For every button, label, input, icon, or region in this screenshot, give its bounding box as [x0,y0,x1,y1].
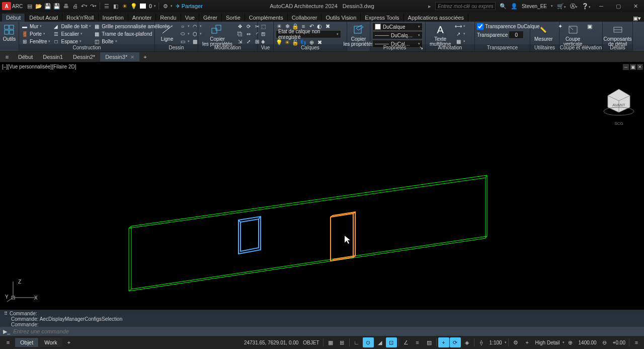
signin-icon[interactable]: 👤 [511,3,518,10]
sun-icon[interactable]: ☀ [121,2,129,10]
layer-state-combo[interactable]: Etat de calque non enregistré▾ [276,30,341,38]
mesurer-button[interactable]: 📏 Mesurer [532,23,555,43]
tab-debut-acad[interactable]: Début Acad [25,14,62,22]
otrack-toggle[interactable]: ∠ [400,337,412,347]
coordinates-display[interactable]: 24731.65, 7629.01, 0.00 [242,340,300,345]
detail-level[interactable]: High Detail [533,340,562,345]
tool1-icon[interactable]: ⚙ [162,2,170,10]
tab-insertion[interactable]: Insertion [99,14,128,22]
transp-toggle[interactable]: ▨ [424,337,435,347]
ligne-button[interactable]: Ligne [157,23,177,43]
snap-toggle[interactable]: ⊞ [337,337,348,347]
scale-display[interactable]: 1:100 [488,340,504,345]
selection-cycle[interactable]: ⟳ [450,337,461,347]
tab-rendu[interactable]: Rendu [156,14,181,22]
workspace-icon[interactable]: ⚙ [510,337,521,347]
layout-tab-objet[interactable]: Objet [15,338,38,347]
user-name[interactable]: Steven_EE [522,4,547,9]
command-input[interactable] [13,328,641,334]
doctab-menu-icon[interactable]: ≡ [1,52,13,61]
panel-title-construction[interactable]: Construction [19,44,154,51]
trans-checkbox[interactable] [477,23,484,30]
move-icon[interactable]: ✥ [236,23,244,30]
layer-color-icon[interactable] [139,2,147,10]
dyn-input-toggle[interactable]: + [438,337,449,347]
tab-collaborer[interactable]: Collaborer [288,14,322,22]
hatch-icon[interactable]: ▩ [191,38,198,45]
undo-icon[interactable]: ↶▾ [80,2,88,10]
ribbon-collapse-button[interactable]: ▣▾ [630,15,644,22]
scale-icon[interactable]: ⤢ [245,38,252,45]
minimize-button[interactable]: ─ [595,1,608,11]
app-menu-icon[interactable]: Ⓐ▾ [570,3,578,10]
scale-arrow[interactable]: ▾ [505,340,507,344]
tab-debut[interactable]: Début [2,14,25,22]
anno-monitor-icon[interactable]: + [522,337,533,347]
rotate-icon[interactable]: ⟳ [245,23,252,30]
command-history[interactable]: ⠿Commande: Commande: AecDisplayManagerCo… [0,310,644,327]
share-button[interactable]: ✈ Partager [173,3,206,10]
dim-linear-icon[interactable]: ⟷ [455,23,462,30]
table-icon[interactable]: ▦ [455,38,462,45]
panel-title-annotation[interactable]: Annotation [426,44,474,51]
polar-toggle[interactable]: ⊙ [363,337,374,347]
dalle-button[interactable]: ◢Dalle de toit▾ [52,23,91,30]
panel-title-coupe[interactable]: Coupe et élévation [559,44,602,51]
ellipse-icon[interactable]: ⬭ [179,30,186,37]
cmd-grip-icon[interactable]: ⠿ [4,311,8,316]
redo-icon[interactable]: ↷▾ [89,2,97,10]
match-icon[interactable]: ◧ [112,2,120,10]
panel-title-calques[interactable]: Calques [274,44,347,51]
close-tab-icon[interactable]: ✕ [130,54,134,60]
close-button[interactable]: ✕ [629,1,642,11]
arc-icon[interactable]: ◠ [191,23,198,30]
cut-icon[interactable]: ⊖ [599,337,610,347]
panel-title-modification[interactable]: Modification [198,44,257,51]
search-input[interactable] [435,2,496,10]
elev-icon[interactable]: ⊕ [565,337,576,347]
stretch-icon[interactable]: ⇲ [236,38,244,45]
panel-title-utilitaires[interactable]: Utilitaires [530,44,559,51]
tab-outils-vision[interactable]: Outils Vision [321,14,361,22]
view-top-icon[interactable]: ⊡ [260,30,267,37]
panel-title-proprietes[interactable]: Propriétés ↘ [370,44,425,51]
rect-icon[interactable]: ▭ [179,38,186,45]
mirror-icon[interactable]: ⇔ [245,30,252,37]
qat-layer-zero[interactable]: 0 [149,4,152,9]
search-icon[interactable]: 🔍 [500,3,507,10]
layout-add-button[interactable]: + [63,339,74,345]
osnap-toggle[interactable]: ⊡ [386,337,397,347]
porte-button[interactable]: 🚪Porte▾ [21,30,50,37]
customize-icon[interactable]: ≡ [631,337,642,347]
doctab-add[interactable]: + [139,52,150,61]
espace-button[interactable]: □Espace▾ [52,38,91,45]
bulb-icon[interactable]: 💡 [130,2,138,10]
tab-rocknroll[interactable]: Rock'n'Roll [62,14,98,22]
layer-dropdown-arrow[interactable]: ▾ [154,4,156,8]
command-line[interactable]: ▶_ [0,327,644,336]
3dosnap-toggle[interactable]: ◈ [461,337,472,347]
copier-calque-button[interactable]: Copier les propriétés [349,23,368,48]
fenetre-button[interactable]: ⊞Fenêtre▾ [21,38,50,45]
tab-gerer[interactable]: Gérer [199,14,222,22]
circle-icon[interactable]: ○ [179,23,186,30]
layout-menu-icon[interactable]: ≡ [2,338,14,347]
doctab-dessin2[interactable]: Dessin2* [68,52,100,61]
maximize-button[interactable]: ▢ [612,1,625,11]
elevation-display[interactable]: 1400.00 [577,340,599,345]
saveas-icon[interactable]: 💾 [53,2,61,10]
ortho-toggle[interactable]: ∟ [351,337,362,347]
panel-title-transparence[interactable]: Transparence [475,44,530,51]
new-icon[interactable]: ▤ [26,2,34,10]
layout-tab-work[interactable]: Work [39,338,62,347]
view-iso-icon[interactable]: ◈ [260,38,267,45]
app-logo-icon[interactable]: A [2,2,11,10]
view-cube[interactable]: AVANT SCG [599,82,634,117]
doctab-debut[interactable]: Début [13,52,38,61]
print-icon[interactable]: 🖨 [71,2,79,10]
elev-icon[interactable]: ▣ [586,23,593,30]
tab-sortie[interactable]: Sortie [222,14,245,22]
color-combo[interactable]: DuCalque▾ [372,23,423,31]
tab-complements[interactable]: Compléments [245,14,288,22]
poly-icon[interactable]: ⬡ [191,30,198,37]
